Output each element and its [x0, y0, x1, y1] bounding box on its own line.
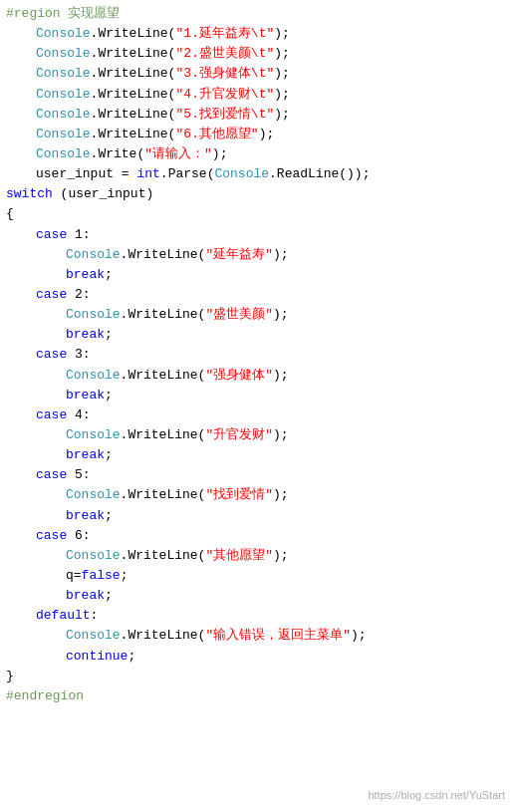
code-line: Console.WriteLine("4.升官发财\t");: [0, 85, 513, 105]
break-stmt: break;: [0, 325, 513, 345]
default-label: default:: [0, 606, 513, 626]
break-stmt: break;: [0, 506, 513, 526]
switch-statement: switch (user_input): [0, 184, 513, 204]
code-line: Console.WriteLine("3.强身健体\t");: [0, 64, 513, 84]
case-label: case 1:: [0, 225, 513, 245]
continue-stmt: continue;: [0, 647, 513, 667]
case-body: Console.WriteLine("延年益寿");: [0, 245, 513, 265]
case-body: Console.WriteLine("其他愿望");: [0, 546, 513, 566]
case-label: case 4:: [0, 406, 513, 425]
case-body: Console.WriteLine("找到爱情");: [0, 485, 513, 505]
code-line: Console.WriteLine("2.盛世美颜\t");: [0, 44, 513, 64]
break-stmt: break;: [0, 386, 513, 406]
code-line: Console.WriteLine("5.找到爱情\t");: [0, 105, 513, 125]
code-line: Console.Write("请输入：");: [0, 144, 513, 164]
watermark: https://blog.csdn.net/YuStart: [368, 787, 505, 804]
case-label: case 5:: [0, 465, 513, 485]
default-body: Console.WriteLine("输入错误，返回主菜单");: [0, 626, 513, 646]
close-brace: }: [0, 667, 513, 686]
endregion-comment: #endregion: [0, 686, 513, 706]
case-body: Console.WriteLine("升官发财");: [0, 425, 513, 445]
case-body: Console.WriteLine("盛世美颜");: [0, 305, 513, 325]
case-extra: q=false;: [0, 566, 513, 586]
open-brace: {: [0, 204, 513, 224]
break-stmt: break;: [0, 445, 513, 465]
code-line: Console.WriteLine("6.其他愿望");: [0, 125, 513, 144]
code-line: Console.WriteLine("1.延年益寿\t");: [0, 24, 513, 44]
break-stmt: break;: [0, 586, 513, 606]
case-label: case 3:: [0, 345, 513, 365]
break-stmt: break;: [0, 265, 513, 285]
code-container: #region 实现愿望 Console.WriteLine("1.延年益寿\t…: [0, 0, 513, 812]
case-label: case 2:: [0, 285, 513, 305]
region-comment: #region 实现愿望: [0, 4, 513, 24]
case-body: Console.WriteLine("强身健体");: [0, 366, 513, 386]
case-label: case 6:: [0, 526, 513, 546]
code-line: user_input = int.Parse(Console.ReadLine(…: [0, 164, 513, 184]
